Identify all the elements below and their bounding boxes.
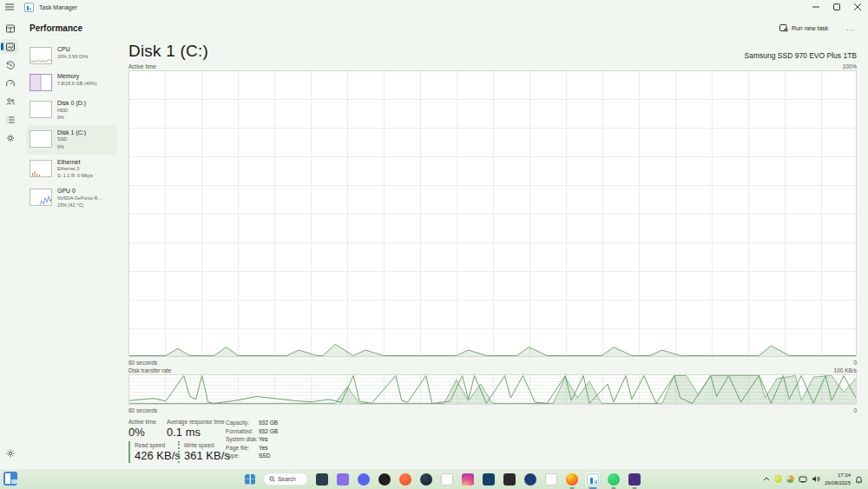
- toolbar: Run new task ...: [774, 22, 859, 35]
- details-icon: [3, 112, 18, 127]
- tray-app-icon-2[interactable]: [786, 475, 794, 483]
- perf-item-ethernet[interactable]: EthernetEthernet 3S: 1.1 R: 0 Mbps: [26, 155, 117, 184]
- nav-settings[interactable]: [0, 444, 21, 462]
- notification-bell-icon[interactable]: [855, 475, 863, 484]
- taskbar-app-instagram[interactable]: [460, 472, 475, 486]
- disk-statistics: Active time 0% Average response time 0.1…: [128, 419, 857, 466]
- steam-icon: [420, 473, 432, 486]
- active-time-ymax-label: 100%: [842, 63, 857, 69]
- document-icon: [545, 473, 557, 486]
- taskbar-app-file-explorer[interactable]: [314, 472, 329, 486]
- window-title: Task Manager: [39, 4, 77, 10]
- task-manager-window: Task Manager: [0, 0, 868, 489]
- close-button[interactable]: [847, 0, 868, 14]
- volume-icon[interactable]: [812, 475, 820, 483]
- chat-icon: [337, 473, 349, 486]
- taskbar-app-blue-app[interactable]: [523, 472, 537, 486]
- windows-logo-icon: [245, 474, 255, 485]
- start-button[interactable]: [243, 472, 257, 486]
- run-new-task-icon: [779, 24, 788, 32]
- taskbar-app-steam[interactable]: [418, 472, 433, 486]
- transfer-rate-chart-label: Disk transfer rate: [128, 367, 172, 373]
- brave-icon: [399, 473, 411, 486]
- maximize-button[interactable]: [826, 0, 847, 14]
- transfer-rate-chart: [128, 374, 857, 405]
- epic-games-icon: [503, 473, 516, 486]
- users-icon: [3, 94, 18, 109]
- task-manager-icon: [587, 473, 599, 486]
- battlenet-icon: [483, 473, 495, 486]
- menu-icon[interactable]: [0, 3, 19, 10]
- minimize-button[interactable]: [806, 0, 826, 14]
- cpu-thumbnail-chart: [30, 47, 52, 64]
- perf-item-gpu[interactable]: GPU 0NVIDIA GeForce R...15% (42 °C): [26, 183, 117, 213]
- info-row-system-disk: System disk:Yes: [226, 435, 278, 444]
- nav-services[interactable]: [0, 129, 21, 147]
- nav-users[interactable]: [0, 92, 21, 110]
- avg-response-stat-value: 0.1 ms: [167, 426, 225, 439]
- startup-apps-icon: [3, 76, 18, 90]
- title-bar: Task Manager: [0, 0, 868, 14]
- gpu-thumbnail-chart: [30, 188, 52, 206]
- navigation-rail: [0, 14, 21, 469]
- taskbar-apps: [314, 472, 641, 486]
- nav-startup-apps[interactable]: [0, 74, 21, 92]
- page-title: Performance: [30, 23, 82, 33]
- app-purple-icon: [628, 473, 641, 486]
- taskbar-app-epic-games[interactable]: [502, 472, 516, 486]
- whatsapp-icon: [608, 473, 620, 486]
- transfer-rate-ymin-label: 0: [853, 407, 857, 413]
- disk1-thumbnail-chart: [30, 130, 52, 148]
- taskbar-app-chat[interactable]: [335, 472, 350, 486]
- run-new-task-button[interactable]: Run new task: [774, 22, 833, 35]
- active-time-stat-value: 0%: [128, 426, 156, 439]
- taskbar-app-app-purple[interactable]: [627, 472, 641, 486]
- taskbar-app-task-manager[interactable]: [585, 472, 600, 486]
- write-speed-value: 361 KB/s: [184, 449, 230, 462]
- taskbar-search[interactable]: Search: [263, 472, 308, 486]
- file-explorer-icon: [316, 473, 328, 486]
- taskbar-app-notepad[interactable]: [439, 472, 454, 486]
- active-time-xaxis-label: 60 seconds: [128, 360, 157, 366]
- more-options-button[interactable]: ...: [842, 23, 859, 34]
- performance-list: CPU10% 3.99 GHz Memory7.8/15.9 GB (49%) …: [26, 42, 117, 213]
- network-icon[interactable]: [799, 476, 807, 483]
- search-icon: [269, 476, 275, 482]
- info-row-page-file: Page file:Yes: [226, 444, 278, 453]
- nav-app-history[interactable]: [0, 56, 21, 74]
- info-row-formatted: Formatted:932 GB: [226, 427, 278, 436]
- dark-app-icon: [378, 473, 391, 486]
- perf-item-disk0[interactable]: Disk 0 (D:)HDD0%: [26, 96, 117, 125]
- tray-overflow-chevron-icon[interactable]: [763, 477, 770, 481]
- taskbar-app-battlenet[interactable]: [481, 472, 496, 486]
- widgets-button[interactable]: [3, 472, 17, 486]
- tray-app-icon-1[interactable]: [774, 475, 782, 483]
- taskbar-app-dark-app[interactable]: [377, 472, 391, 486]
- taskbar-app-whatsapp[interactable]: [606, 472, 621, 486]
- taskbar-app-document[interactable]: [543, 472, 558, 486]
- perf-item-memory[interactable]: Memory7.8/15.9 GB (49%): [26, 69, 117, 96]
- taskbar-app-discord[interactable]: [356, 472, 371, 486]
- taskbar-app-firefox[interactable]: [564, 472, 579, 486]
- avg-response-stat-label: Average response time: [167, 419, 225, 425]
- read-speed-stat: Read speed 426 KB/s: [128, 441, 181, 463]
- read-speed-label: Read speed: [135, 442, 181, 448]
- taskbar-clock[interactable]: 17:34 29/08/2025: [825, 472, 851, 486]
- active-time-chart: [128, 70, 857, 357]
- nav-performance[interactable]: [0, 37, 21, 56]
- system-tray: 17:34 29/08/2025: [763, 469, 863, 489]
- run-new-task-label: Run new task: [792, 25, 828, 31]
- tray-time: 17:34: [825, 472, 851, 479]
- search-label: Search: [278, 476, 296, 482]
- taskbar-app-brave[interactable]: [398, 472, 412, 486]
- perf-item-disk1[interactable]: Disk 1 (C:)SSD0%: [26, 125, 117, 155]
- tray-date: 29/08/2025: [825, 479, 851, 486]
- perf-item-cpu[interactable]: CPU10% 3.99 GHz: [26, 42, 117, 69]
- nav-details[interactable]: [0, 110, 21, 129]
- nav-processes[interactable]: [0, 19, 21, 37]
- performance-icon: [3, 39, 18, 54]
- notepad-icon: [441, 473, 453, 486]
- blue-app-icon: [524, 473, 536, 486]
- memory-thumbnail-chart: [30, 74, 52, 91]
- discord-icon: [358, 473, 370, 486]
